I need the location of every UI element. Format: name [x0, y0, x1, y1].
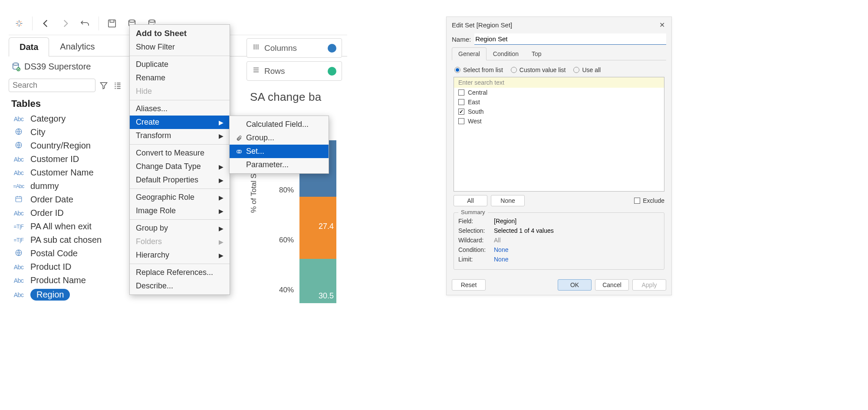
menu-replace-references[interactable]: Replace References... [130, 266, 230, 279]
tab-general[interactable]: General [452, 47, 487, 60]
summary-key: Wildcard: [458, 237, 489, 244]
close-button[interactable]: ✕ [658, 20, 666, 29]
abc-icon: Abc [11, 264, 26, 271]
bar-segment[interactable]: 30.5 [299, 259, 336, 303]
menu-folders[interactable]: Folders▶ [130, 235, 230, 248]
chevron-right-icon: ▶ [219, 252, 224, 259]
field-label: dummy [30, 181, 59, 191]
datasource-name: DS39 Superstore [24, 62, 91, 72]
menu-duplicate[interactable]: Duplicate [130, 58, 230, 71]
menu-change-data-type[interactable]: Change Data Type▶ [130, 160, 230, 173]
submenu-group[interactable]: Group... [230, 131, 329, 145]
submenu-parameter[interactable]: Parameter... [230, 158, 329, 172]
chevron-right-icon: ▶ [219, 238, 224, 245]
menu-add-to-sheet[interactable]: Add to Sheet [130, 26, 230, 40]
back-button[interactable] [37, 15, 54, 32]
abc-icon: Abc [11, 277, 26, 284]
pill-dot-icon[interactable] [328, 67, 336, 76]
radio-custom-value-list[interactable]: Custom value list [511, 66, 566, 73]
radio-icon [511, 67, 517, 73]
reset-button[interactable]: Reset [452, 279, 486, 291]
menu-group-by[interactable]: Group by▶ [130, 222, 230, 235]
radio-use-all[interactable]: Use all [573, 66, 601, 73]
menu-label: Create [136, 118, 159, 127]
summary-key: Field: [458, 218, 489, 225]
option-west[interactable]: West [454, 116, 664, 126]
menu-separator [130, 56, 230, 56]
exclude-checkbox[interactable]: Exclude [634, 197, 664, 204]
pill-dot-icon[interactable] [328, 44, 336, 53]
columns-icon [252, 43, 260, 53]
dialog-footer: Reset OK Cancel Apply [447, 275, 671, 295]
tab-data[interactable]: Data [9, 37, 49, 56]
field-label: Region [30, 289, 70, 301]
tab-condition[interactable]: Condition [487, 47, 525, 60]
menu-label: Transform [136, 131, 171, 140]
menu-image-role[interactable]: Image Role▶ [130, 204, 230, 218]
cancel-button[interactable]: Cancel [595, 279, 629, 291]
menu-separator [130, 100, 230, 100]
chevron-right-icon: ▶ [219, 177, 224, 184]
menu-label: Calculated Field... [246, 120, 309, 129]
menu-hide[interactable]: Hide [130, 85, 230, 98]
ok-button[interactable]: OK [558, 279, 592, 291]
option-east[interactable]: East [454, 97, 664, 107]
set-name-input[interactable] [474, 33, 666, 45]
view-list-icon[interactable] [112, 80, 123, 91]
menu-aliases[interactable]: Aliases... [130, 102, 230, 116]
dialog-titlebar: Edit Set [Region Set] ✕ [447, 17, 671, 32]
globe-icon [11, 249, 26, 258]
filter-icon[interactable] [98, 80, 109, 91]
summary-value: Selected 1 of 4 values [494, 227, 554, 234]
summary-value-link[interactable]: None [494, 256, 508, 263]
select-buttons: All None Exclude [452, 192, 666, 210]
menu-separator [130, 144, 230, 145]
save-button[interactable] [103, 15, 121, 32]
menu-label: Geographic Role [136, 193, 194, 202]
axis-tick: 40% [279, 286, 299, 294]
menu-default-properties[interactable]: Default Properties▶ [130, 173, 230, 187]
menu-separator [130, 188, 230, 189]
menu-transform[interactable]: Transform▶ [130, 129, 230, 142]
menu-geographic-role[interactable]: Geographic Role▶ [130, 191, 230, 204]
name-label: Name: [452, 36, 471, 43]
bar-segment[interactable]: 27.4 [299, 197, 336, 259]
menu-create[interactable]: Create▶ [130, 116, 230, 129]
all-button[interactable]: All [454, 195, 487, 206]
summary-header: Summary [458, 209, 488, 215]
axis-tick: 60% [279, 236, 299, 245]
submenu-calculated-field[interactable]: Calculated Field... [230, 118, 329, 131]
checkbox-icon [458, 109, 464, 115]
rows-label: Rows [264, 66, 285, 76]
name-row: Name: [452, 33, 666, 45]
tab-top[interactable]: Top [525, 47, 548, 60]
summary-value-link[interactable]: None [494, 246, 508, 253]
datasource-icon [11, 62, 21, 72]
submenu-set[interactable]: Set... [230, 145, 329, 158]
radio-select-from-list[interactable]: Select from list [454, 66, 503, 73]
menu-hierarchy[interactable]: Hierarchy▶ [130, 248, 230, 262]
calc-bool-icon: =T|F [11, 237, 26, 243]
apply-button[interactable]: Apply [632, 279, 666, 291]
menu-convert-to-measure[interactable]: Convert to Measure [130, 146, 230, 160]
tab-analytics[interactable]: Analytics [49, 37, 105, 56]
set-icon [236, 149, 243, 155]
menu-describe[interactable]: Describe... [130, 279, 230, 293]
menu-rename[interactable]: Rename [130, 71, 230, 85]
forward-button[interactable] [57, 15, 74, 32]
list-search[interactable]: Enter search text [454, 77, 664, 88]
none-button[interactable]: None [491, 195, 525, 206]
option-central[interactable]: Central [454, 88, 664, 97]
undo-redo-dropdown[interactable] [77, 15, 94, 32]
radio-icon [573, 67, 579, 73]
date-icon [11, 195, 26, 204]
columns-shelf[interactable]: Columns [247, 38, 342, 58]
abc-icon: Abc [11, 210, 26, 217]
menu-show-filter[interactable]: Show Filter [130, 40, 230, 54]
svg-rect-8 [16, 197, 22, 202]
option-south[interactable]: South [454, 107, 664, 116]
globe-icon [11, 128, 26, 137]
field-search[interactable] [9, 79, 95, 92]
menu-label: Group by [136, 224, 168, 233]
rows-shelf[interactable]: Rows [247, 61, 342, 81]
